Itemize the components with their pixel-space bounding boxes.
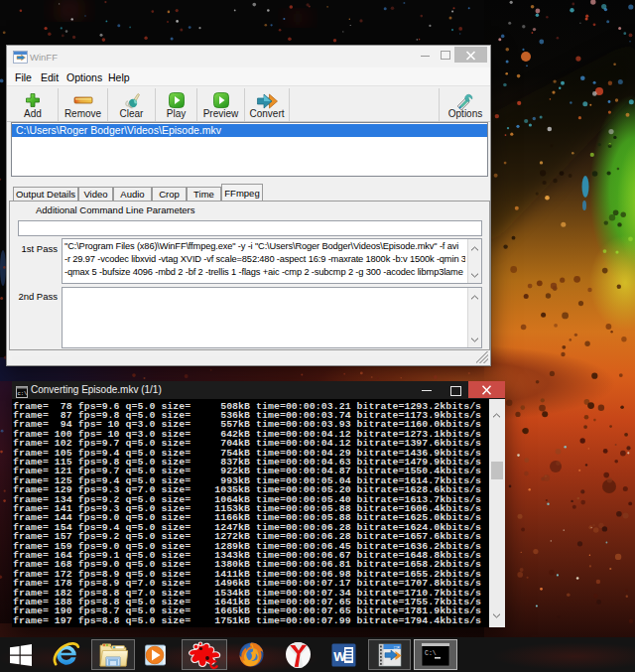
svg-text:□×: □× xyxy=(394,643,400,649)
svg-text:C:\: C:\ xyxy=(425,650,437,657)
svg-text:W: W xyxy=(333,648,346,663)
svg-text:c:\: c:\ xyxy=(18,390,28,397)
